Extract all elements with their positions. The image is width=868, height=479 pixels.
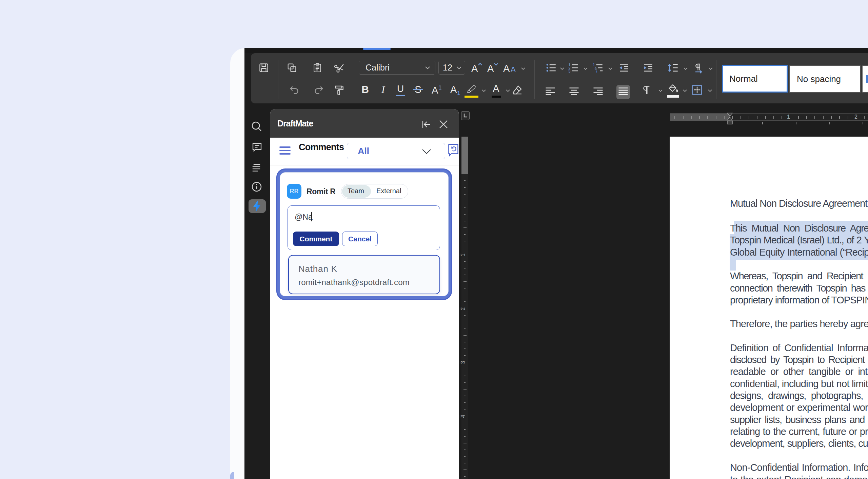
svg-text:1: 1 [457,90,460,96]
svg-text:A: A [511,65,516,74]
svg-text:i: i [596,69,597,73]
svg-text:A: A [432,85,438,96]
svg-text:3: 3 [568,69,570,73]
svg-text:1: 1 [438,84,441,91]
svg-text:A: A [503,63,510,74]
svg-text:A: A [487,63,494,74]
svg-text:A: A [471,63,478,74]
svg-text:A: A [450,84,457,95]
